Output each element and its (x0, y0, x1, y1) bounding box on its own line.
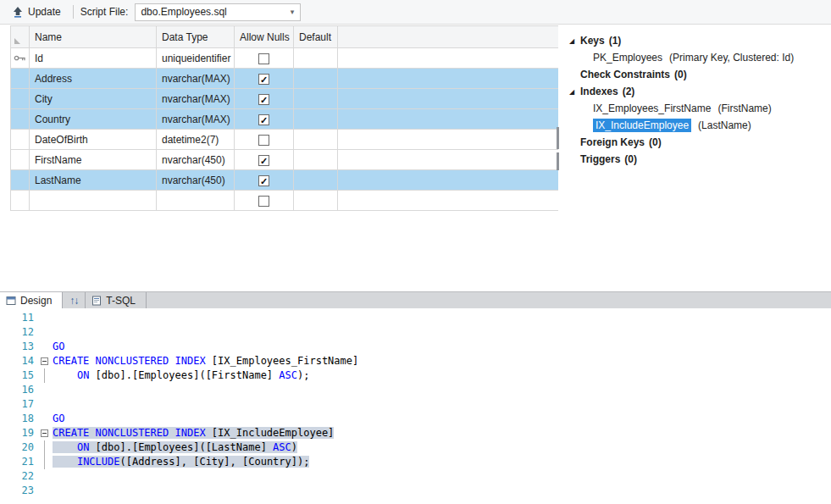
tsql-code-editor[interactable]: 11 12 13 GO 14 CREATE NONCLUSTERED INDEX… (0, 308, 831, 504)
primary-key-icon (14, 54, 26, 62)
tree-item-pk-employees[interactable]: PK_Employees (Primary Key, Clustered: Id… (564, 49, 831, 66)
code-line[interactable]: 14 CREATE NONCLUSTERED INDEX [IX_Employe… (0, 354, 831, 368)
allow-nulls-cell[interactable] (235, 130, 294, 150)
tree-item-indexes[interactable]: ◢ Indexes (2) (564, 83, 831, 100)
tree-item-ix-includeemployee[interactable]: IX_IncludeEmployee (LastName) (564, 117, 831, 134)
table-row[interactable]: Country nvarchar(MAX) ✓ (11, 109, 558, 130)
tree-item-keys[interactable]: ◢ Keys (1) (564, 32, 831, 49)
data-type-cell[interactable]: nvarchar(450) (157, 170, 235, 191)
data-type-cell[interactable] (157, 191, 235, 211)
allow-nulls-checkbox[interactable] (258, 135, 269, 146)
select-all-corner[interactable] (11, 26, 30, 48)
sql-text-token (53, 456, 77, 468)
allow-nulls-checkbox[interactable]: ✓ (258, 74, 269, 85)
line-number: 22 (0, 469, 39, 484)
code-line[interactable]: 21 INCLUDE([Address], [City], [Country])… (0, 455, 831, 469)
code-line[interactable]: 18 GO (0, 412, 831, 426)
name-cell[interactable]: City (30, 89, 157, 109)
data-type-cell[interactable]: nvarchar(MAX) (157, 89, 235, 109)
default-cell[interactable] (294, 48, 338, 69)
tab-design[interactable]: Design (0, 292, 63, 308)
tree-item-count: (1) (609, 35, 622, 47)
tree-item-foreign-keys[interactable]: Foreign Keys (0) (564, 134, 831, 151)
allow-nulls-checkbox[interactable]: ✓ (258, 114, 269, 125)
data-type-cell[interactable]: nvarchar(450) (157, 150, 235, 170)
code-line[interactable]: 22 (0, 469, 831, 484)
scrollbar-grip[interactable] (557, 152, 559, 170)
allow-nulls-checkbox[interactable]: ✓ (258, 155, 269, 166)
allow-nulls-checkbox[interactable]: ✓ (258, 175, 269, 186)
tab-tsql[interactable]: T-SQL (86, 292, 147, 308)
allow-nulls-cell[interactable]: ✓ (235, 150, 294, 170)
code-line[interactable]: 23 (0, 484, 831, 498)
line-number: 14 (0, 354, 39, 368)
header-filler (338, 26, 558, 48)
code-line[interactable]: 12 (0, 325, 831, 340)
name-cell[interactable] (30, 191, 157, 211)
default-cell[interactable] (294, 150, 338, 170)
data-type-cell[interactable]: datetime2(7) (157, 130, 235, 150)
allow-nulls-cell[interactable]: ✓ (235, 69, 294, 89)
data-type-cell[interactable]: nvarchar(MAX) (157, 109, 235, 130)
table-row[interactable]: City nvarchar(MAX) ✓ (11, 89, 558, 109)
row-header-cell[interactable] (11, 150, 30, 170)
tree-item-triggers[interactable]: Triggers (0) (564, 151, 831, 168)
default-cell[interactable] (294, 109, 338, 130)
code-line[interactable]: 13 GO (0, 340, 831, 354)
row-header-cell[interactable] (11, 170, 30, 191)
table-row[interactable] (11, 191, 558, 211)
name-cell[interactable]: FirstName (30, 150, 157, 170)
table-row[interactable]: LastName nvarchar(450) ✓ (11, 170, 558, 191)
allow-nulls-checkbox[interactable] (258, 53, 269, 64)
expand-arrow-icon[interactable]: ◢ (569, 88, 580, 96)
data-type-cell[interactable]: uniqueidentifier (157, 48, 235, 69)
code-text: ON [dbo].[Employees]([LastName] ASC) (53, 440, 297, 455)
row-header-cell[interactable] (11, 48, 30, 69)
allow-nulls-cell[interactable]: ✓ (235, 170, 294, 191)
swap-panes-button[interactable]: ↑↓ (63, 292, 86, 308)
default-cell[interactable] (294, 130, 338, 150)
code-line[interactable]: 17 (0, 397, 831, 412)
code-line[interactable]: 16 (0, 383, 831, 397)
collapse-box-icon[interactable] (41, 357, 48, 365)
allow-nulls-checkbox[interactable]: ✓ (258, 94, 269, 105)
allow-nulls-cell[interactable] (235, 48, 294, 69)
expand-arrow-icon[interactable]: ◢ (569, 37, 580, 45)
update-button[interactable]: Update (7, 3, 66, 20)
tree-item-ix-employees-firstname[interactable]: IX_Employees_FirstName (FirstName) (564, 100, 831, 117)
sql-text-token: [dbo].[Employees]([LastName] (89, 441, 273, 453)
table-row[interactable]: Id uniqueidentifier (11, 48, 558, 69)
row-header-cell[interactable] (11, 69, 30, 89)
row-header-cell[interactable] (11, 109, 30, 130)
tree-item-check-constraints[interactable]: Check Constraints (0) (564, 66, 831, 83)
table-row[interactable]: FirstName nvarchar(450) ✓ (11, 150, 558, 170)
table-row[interactable]: Address nvarchar(MAX) ✓ (11, 69, 558, 89)
data-type-cell[interactable]: nvarchar(MAX) (157, 69, 235, 89)
name-cell[interactable]: DateOfBirth (30, 130, 157, 150)
update-icon (12, 6, 24, 18)
row-header-cell[interactable] (11, 191, 30, 211)
default-cell[interactable] (294, 69, 338, 89)
name-cell[interactable]: Id (30, 48, 157, 69)
row-header-cell[interactable] (11, 130, 30, 150)
default-cell[interactable] (294, 170, 338, 191)
code-line[interactable]: 19 CREATE NONCLUSTERED INDEX [IX_Include… (0, 426, 831, 440)
scrollbar-grip[interactable] (557, 127, 559, 149)
allow-nulls-cell[interactable] (235, 191, 294, 211)
collapse-box-icon[interactable] (41, 429, 48, 437)
default-cell[interactable] (294, 191, 338, 211)
name-cell[interactable]: Country (30, 109, 157, 130)
allow-nulls-checkbox[interactable] (258, 196, 269, 207)
table-row[interactable]: DateOfBirth datetime2(7) (11, 130, 558, 150)
code-line[interactable]: 20 ON [dbo].[Employees]([LastName] ASC) (0, 440, 831, 455)
code-line[interactable]: 11 (0, 311, 831, 325)
allow-nulls-cell[interactable]: ✓ (235, 89, 294, 109)
row-header-cell[interactable] (11, 89, 30, 109)
default-cell[interactable] (294, 89, 338, 109)
name-cell[interactable]: Address (30, 69, 157, 89)
name-cell[interactable]: LastName (30, 170, 157, 191)
allow-nulls-cell[interactable]: ✓ (235, 109, 294, 130)
script-file-combobox[interactable]: dbo.Employees.sql ▾ (135, 3, 301, 21)
code-line[interactable]: 15 ON [dbo].[Employees]([FirstName] ASC)… (0, 368, 831, 383)
tree-item-count: (0) (674, 69, 687, 80)
